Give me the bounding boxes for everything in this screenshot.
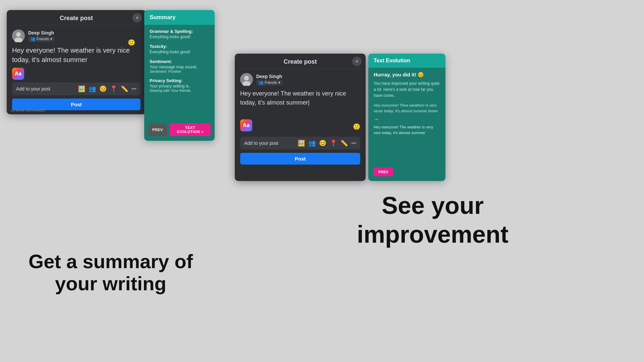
- left-bottom-heading: Get a summary of your writing: [0, 250, 221, 295]
- right-app-icon: Aa: [240, 119, 252, 131]
- grammar-label: Grammar & Spelling:: [150, 29, 209, 34]
- right-close-button[interactable]: ×: [352, 57, 362, 66]
- right-heading-line2: improvement: [357, 220, 508, 249]
- te-body: Hurray, you did it! 😊 You have improved …: [368, 68, 445, 140]
- right-add-to-post-bar: Add to your post 🖼️ 👥 😊 📍 ✏️ •••: [240, 137, 360, 149]
- toxicity-label: Toxicity:: [150, 44, 209, 49]
- right-user-info: Deep Singh 👥 Friends ▾: [256, 74, 283, 85]
- left-heading-line1: Get a summary of: [13, 250, 208, 273]
- right-section: Group converse... → Create post ×: [221, 0, 644, 362]
- text-cursor: [308, 99, 310, 106]
- te-arrow-icon: →: [374, 116, 440, 122]
- right-dialog-header: Create post ×: [235, 54, 366, 69]
- right-pencil-icon[interactable]: ✏️: [340, 139, 348, 147]
- summary-header: Summary: [144, 10, 215, 25]
- left-user-row: Deep Singh 👥 Friends ▾: [12, 29, 141, 42]
- right-mockup: Group converse... → Create post ×: [235, 54, 631, 181]
- left-user-info: Deep Singh 👥 Friends ▾: [28, 30, 55, 42]
- right-friends-badge[interactable]: 👥 Friends ▾: [256, 80, 283, 85]
- pencil-icon[interactable]: ✏️: [121, 85, 128, 93]
- right-post-text-content: Hey everyone! The weather is very nice t…: [240, 90, 346, 106]
- right-post-button[interactable]: Post: [240, 153, 360, 165]
- right-smiley-icon: 🙂: [353, 123, 360, 130]
- privacy-label: Privacy Setting:: [150, 78, 209, 83]
- right-photo-icon[interactable]: 🖼️: [298, 139, 305, 147]
- left-mockup: Create post × Deep Singh: [7, 10, 215, 141]
- left-app-icon: Aa: [12, 68, 24, 80]
- summary-panel: Summary Grammar & Spelling: Everything l…: [144, 10, 215, 141]
- right-emoji-icon[interactable]: 😊: [319, 139, 326, 147]
- sentiment-value: Your message may sound..: [150, 65, 209, 69]
- text-evolution-button[interactable]: TEXT EVOLUTION >: [170, 123, 211, 136]
- summary-title: Summary: [150, 14, 175, 20]
- right-user-row: Deep Singh 👥 Friends ▾: [240, 73, 360, 86]
- right-dialog-body: Deep Singh 👥 Friends ▾ Hey everyone! The…: [235, 69, 366, 169]
- text-evolution-panel: Text Evolution Hurray, you did it! 😊 You…: [368, 54, 445, 181]
- te-title: Text Evolution: [374, 58, 410, 63]
- friends-icon: 👥: [31, 37, 35, 41]
- right-heading-line1: See your: [357, 191, 508, 220]
- right-bottom-heading: See your improvement: [337, 191, 529, 249]
- left-create-post-dialog: Create post × Deep Singh: [7, 10, 146, 114]
- right-add-to-post-label: Add to your post: [244, 140, 278, 146]
- app-icon-label: Aa: [15, 71, 21, 77]
- te-improved-text: Hey everyone! The weather is very nice t…: [374, 124, 440, 136]
- left-friends-badge[interactable]: 👥 Friends ▾: [28, 36, 55, 42]
- left-bottom-text: ou know you know22: [11, 108, 45, 112]
- left-friends-label: Friends: [37, 37, 49, 41]
- left-section: Create post × Deep Singh: [0, 0, 221, 362]
- toxicity-item: Toxicity: Everything looks good!: [150, 44, 209, 54]
- te-prev-button[interactable]: PREV: [374, 168, 393, 176]
- right-close-icon: ×: [356, 59, 358, 64]
- right-create-post-dialog: Group converse... → Create post ×: [235, 54, 366, 181]
- sentiment-item: Sentiment: Your message may sound.. Sent…: [150, 59, 209, 73]
- left-close-button[interactable]: ×: [132, 13, 142, 22]
- left-add-to-post-label: Add to your post: [16, 86, 50, 92]
- summary-body: Grammar & Spelling: Everything looks goo…: [144, 25, 215, 101]
- prev-button[interactable]: PREV: [148, 123, 167, 136]
- sentiment-sub: Sentiment: Positive: [150, 69, 209, 73]
- left-dialog-body: Deep Singh 👥 Friends ▾ Hey everyone! The…: [7, 25, 146, 114]
- left-smiley-icon: 🙂: [128, 39, 135, 46]
- right-more-icon[interactable]: •••: [351, 140, 356, 146]
- privacy-sub: Sharing with Your friends.: [150, 88, 209, 93]
- left-user-name: Deep Singh: [28, 30, 55, 36]
- left-post-text[interactable]: Hey everyone! The weather is very nice t…: [12, 46, 141, 64]
- toxicity-value: Everything looks good!: [150, 50, 209, 54]
- emoji-icon[interactable]: 😊: [99, 85, 107, 93]
- svg-point-1: [16, 32, 21, 37]
- te-subtitle: You have improved your writing quite a l…: [374, 80, 440, 99]
- privacy-item: Privacy Setting: Your privacy setting is…: [150, 78, 209, 93]
- right-app-icon-label: Aa: [243, 122, 250, 128]
- te-header: Text Evolution: [368, 54, 445, 68]
- privacy-value: Your privacy setting is..: [150, 84, 209, 88]
- grammar-value: Everything looks good!: [150, 35, 209, 39]
- te-congrats-text: Hurray, you did it! 😊: [374, 72, 424, 78]
- left-avatar: [12, 29, 25, 42]
- left-close-icon: ×: [136, 15, 139, 20]
- summary-buttons: PREV TEXT EVOLUTION >: [144, 123, 215, 136]
- right-post-icons: 🖼️ 👥 😊 📍 ✏️ •••: [298, 139, 356, 147]
- left-add-to-post-bar: Add to your post 🖼️ 👥 😊 📍 ✏️ •••: [12, 82, 141, 95]
- more-icon[interactable]: •••: [131, 86, 137, 92]
- left-dialog-title: Create post: [60, 15, 93, 21]
- right-post-text[interactable]: Hey everyone! The weather is very nice t…: [240, 89, 360, 116]
- location-icon[interactable]: 📍: [110, 85, 117, 93]
- svg-point-6: [244, 76, 249, 80]
- photo-icon[interactable]: 🖼️: [78, 85, 85, 93]
- left-dialog-header: Create post ×: [7, 10, 146, 25]
- left-heading-line2: your writing: [13, 273, 208, 295]
- tag-people-icon[interactable]: 👥: [89, 85, 96, 93]
- right-location-icon[interactable]: 📍: [330, 139, 337, 147]
- right-user-name: Deep Singh: [256, 74, 283, 79]
- right-friends-icon: 👥: [259, 80, 263, 85]
- te-congrats: Hurray, you did it! 😊: [374, 72, 440, 78]
- left-post-icons: 🖼️ 👥 😊 📍 ✏️ •••: [78, 85, 137, 93]
- right-avatar: [240, 73, 253, 86]
- te-original-text: Hey everyone! Thee weatherr is very nice…: [374, 103, 440, 114]
- sentiment-label: Sentiment:: [150, 59, 209, 64]
- chevron-icon: ▾: [50, 37, 52, 41]
- grammar-item: Grammar & Spelling: Everything looks goo…: [150, 29, 209, 39]
- right-tag-icon[interactable]: 👥: [308, 139, 316, 147]
- right-dialog-title: Create post: [283, 58, 317, 65]
